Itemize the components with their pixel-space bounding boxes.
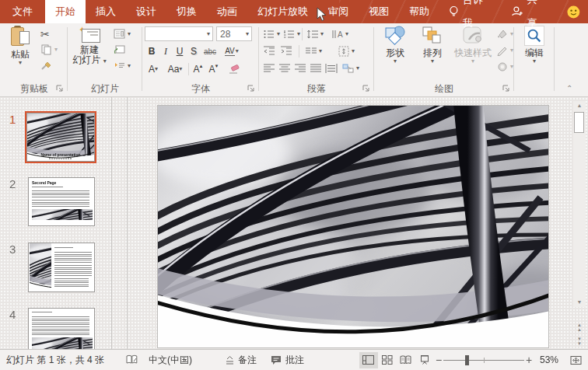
convert-smartart-button[interactable]: ▾	[342, 61, 359, 75]
slide3-thumbnail-image	[30, 243, 51, 291]
slide-layout-button[interactable]: ▾	[114, 27, 131, 41]
scissors-icon: ✂	[40, 28, 50, 40]
reading-view-button[interactable]	[397, 352, 415, 368]
slide2-thumbnail-image	[32, 209, 93, 220]
paste-dropdown[interactable]: ▾	[19, 60, 22, 66]
font-group-label: 字体	[143, 82, 258, 96]
paste-button[interactable]: 粘贴 ▾	[5, 26, 36, 80]
shrink-font-button[interactable]: A▼	[207, 62, 221, 76]
slide-editor-canvas[interactable]	[158, 106, 548, 347]
zoom-slider[interactable]	[443, 352, 524, 368]
align-text-button[interactable]: ▾	[338, 44, 355, 58]
grow-font-button[interactable]: A▲	[191, 62, 205, 76]
tab-insert[interactable]: 插入	[86, 0, 126, 23]
previous-slide-button[interactable]: ▲▲	[573, 323, 586, 333]
fit-to-window-button[interactable]	[566, 352, 585, 368]
tab-view[interactable]: 视图	[359, 0, 399, 23]
character-spacing-button[interactable]: AV▾	[221, 44, 243, 58]
font-color-button[interactable]: A▾	[145, 62, 162, 76]
slideshow-view-button[interactable]	[415, 352, 434, 368]
change-case-button[interactable]: Aa▾	[165, 62, 185, 76]
align-right-button[interactable]	[294, 61, 306, 75]
slide-thumbnail-1[interactable]: Name of presentation	[26, 113, 95, 162]
strikethrough-button[interactable]: abc	[201, 44, 219, 58]
tab-design[interactable]: 设计	[126, 0, 166, 23]
shape-outline-button[interactable]: ▾	[496, 44, 513, 58]
lightbulb-icon	[449, 5, 459, 18]
align-left-button[interactable]	[263, 61, 275, 75]
scroll-down-arrow[interactable]: ▼	[573, 298, 586, 307]
next-slide-button[interactable]: ▼▼	[573, 337, 586, 347]
scroll-up-arrow[interactable]: ▲	[573, 101, 586, 110]
notes-button[interactable]: 备注	[225, 354, 257, 367]
collapse-ribbon-button[interactable]: ⌃	[566, 84, 572, 92]
slide-thumbnail-2[interactable]: Second Page	[28, 177, 95, 226]
normal-view-icon	[362, 355, 374, 365]
format-painter-icon	[40, 61, 53, 72]
slide-sorter-icon	[382, 355, 393, 365]
numbering-button[interactable]: ▾	[283, 27, 300, 41]
paragraph-group-label: 段落	[260, 82, 373, 96]
slide-thumbnail-3[interactable]	[28, 243, 95, 292]
thumbnail-pane-divider[interactable]	[111, 97, 112, 349]
line-spacing-button[interactable]: ▾	[306, 27, 324, 41]
zoom-out-button[interactable]: −	[434, 354, 443, 366]
slide-sorter-view-button[interactable]	[378, 352, 397, 368]
reset-slide-button[interactable]	[114, 43, 126, 57]
italic-button[interactable]: I	[159, 44, 173, 58]
tab-home[interactable]: 开始	[45, 0, 86, 23]
normal-view-button[interactable]	[359, 352, 378, 368]
zoom-in-button[interactable]: +	[524, 354, 534, 366]
cut-button[interactable]: ✂	[40, 27, 50, 41]
work-area: 1 Name of presentation 2 Second Page 3	[0, 97, 588, 349]
new-slide-button[interactable]: ✦ 新建 幻灯片 ▾	[70, 26, 109, 80]
font-size-combobox[interactable]: 28▾	[216, 26, 252, 41]
tab-animations[interactable]: 动画	[207, 0, 247, 23]
justify-button[interactable]	[310, 61, 322, 75]
slide1-main-image	[158, 106, 548, 347]
tab-slideshow[interactable]: 幻灯片放映	[247, 0, 318, 23]
shape-effects-button[interactable]: ▾	[496, 60, 513, 74]
justify-icon	[310, 63, 322, 74]
shapes-button[interactable]: 形状 ▾	[378, 26, 412, 80]
reset-icon	[114, 44, 126, 55]
shape-effects-icon	[496, 61, 509, 72]
underline-button[interactable]: U	[173, 44, 187, 58]
language-indicator[interactable]: 中文(中国)	[149, 354, 192, 367]
shapes-icon	[383, 26, 407, 46]
copy-button[interactable]: ▾	[40, 43, 58, 57]
tab-file[interactable]: 文件	[0, 0, 45, 23]
zoom-slider-knob[interactable]	[465, 355, 469, 365]
format-painter-button[interactable]	[40, 59, 53, 73]
comments-button[interactable]: 批注	[271, 354, 304, 367]
decrease-indent-button[interactable]	[263, 44, 275, 58]
zoom-level[interactable]: 53%	[540, 354, 558, 365]
feedback-smiley-icon[interactable]	[567, 5, 580, 19]
section-button[interactable]: ▾	[114, 59, 131, 73]
tab-transitions[interactable]: 切换	[166, 0, 207, 23]
align-center-icon	[278, 63, 291, 74]
bullets-button[interactable]: ▾	[263, 27, 280, 41]
paste-icon	[11, 26, 30, 47]
proofing-book-icon	[126, 354, 138, 365]
tab-help[interactable]: 帮助	[399, 0, 439, 23]
decrease-indent-icon	[263, 46, 275, 57]
align-left-icon	[263, 63, 275, 74]
clear-formatting-button[interactable]	[227, 62, 241, 76]
align-center-button[interactable]	[278, 61, 291, 75]
text-shadow-button[interactable]: S	[187, 44, 201, 58]
slide-thumbnail-4[interactable]	[28, 308, 95, 349]
spellcheck-button[interactable]	[126, 354, 138, 365]
notes-icon	[225, 355, 235, 365]
vertical-scrollbar[interactable]: ▲ ▼	[573, 101, 586, 307]
scrollbar-thumb[interactable]	[574, 112, 584, 133]
font-name-combobox[interactable]: ▾	[145, 26, 213, 41]
increase-indent-button[interactable]	[280, 44, 292, 58]
distribute-button[interactable]	[325, 61, 338, 75]
columns-button[interactable]: ▾	[305, 44, 322, 58]
text-direction-button[interactable]: A ▾	[331, 27, 348, 41]
tell-me-button[interactable]: 告诉我	[439, 0, 502, 35]
bold-button[interactable]: B	[145, 44, 159, 58]
share-button[interactable]: 共享	[502, 0, 556, 35]
slide-counter[interactable]: 幻灯片 第 1 张，共 4 张	[6, 354, 104, 367]
